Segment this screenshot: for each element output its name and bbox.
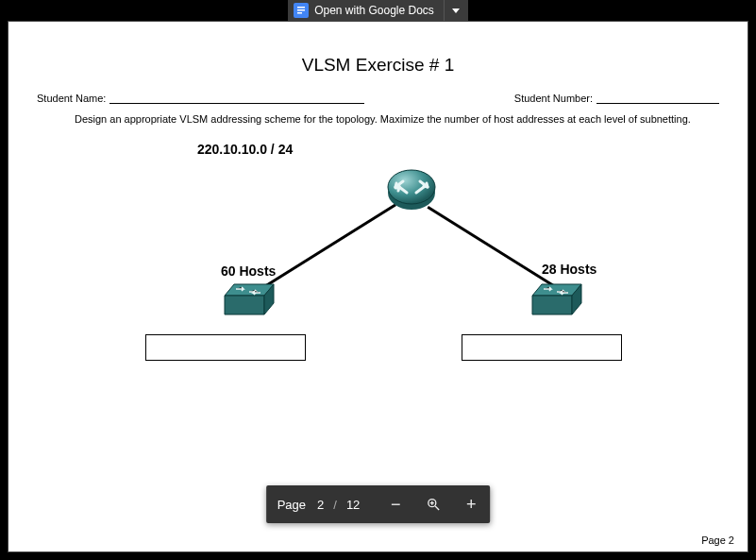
student-name-label: Student Name:: [37, 93, 106, 104]
open-with-dropdown[interactable]: [444, 0, 468, 21]
switch-left-icon: [223, 282, 276, 316]
zoom-reset-button[interactable]: [414, 485, 452, 523]
open-with-button[interactable]: Open with Google Docs: [288, 0, 444, 21]
svg-marker-6: [532, 296, 572, 314]
viewer-toolbar: Page 2 / 12 − +: [266, 485, 491, 523]
topbar: Open with Google Docs: [0, 0, 756, 21]
current-page: 2: [311, 498, 329, 512]
student-number-label: Student Number:: [514, 93, 593, 104]
answer-box-right: [462, 334, 622, 361]
chevron-down-icon: [452, 8, 460, 13]
student-name-blank: [109, 94, 364, 104]
zoom-out-button[interactable]: −: [377, 485, 414, 523]
svg-marker-3: [225, 296, 264, 314]
open-with-group: Open with Google Docs: [288, 0, 468, 21]
document-body: VLSM Exercise # 1 Student Name: Student …: [8, 22, 748, 552]
total-pages: 12: [341, 498, 365, 512]
network-address: 220.10.10.0 / 24: [197, 142, 719, 157]
router-icon: [386, 164, 437, 215]
page-indicator: Page 2 / 12: [266, 485, 378, 523]
svg-line-9: [435, 506, 439, 510]
document-page: VLSM Exercise # 1 Student Name: Student …: [8, 21, 748, 552]
switch-right-icon: [530, 282, 583, 316]
instruction-text: Design an appropriate VLSM addressing sc…: [75, 113, 719, 125]
page-footer-label: Page 2: [701, 535, 734, 546]
student-number-field: Student Number:: [514, 93, 719, 104]
student-number-blank: [596, 94, 719, 104]
student-name-field: Student Name:: [37, 93, 364, 104]
doc-title: VLSM Exercise # 1: [37, 55, 719, 76]
page-separator: /: [329, 498, 341, 512]
hosts-left-label: 60 Hosts: [221, 263, 276, 279]
page-word: Page: [277, 498, 311, 512]
google-docs-icon: [294, 3, 309, 18]
minus-icon: −: [391, 495, 401, 515]
topology-diagram: 60 Hosts 28 Hosts: [37, 164, 719, 382]
open-with-label: Open with Google Docs: [314, 4, 434, 17]
student-fields-row: Student Name: Student Number:: [37, 93, 719, 104]
hosts-right-label: 28 Hosts: [542, 262, 596, 277]
plus-icon: +: [466, 495, 477, 515]
answer-box-left: [145, 334, 306, 361]
magnifier-icon: [426, 497, 441, 512]
zoom-in-button[interactable]: +: [452, 485, 490, 523]
